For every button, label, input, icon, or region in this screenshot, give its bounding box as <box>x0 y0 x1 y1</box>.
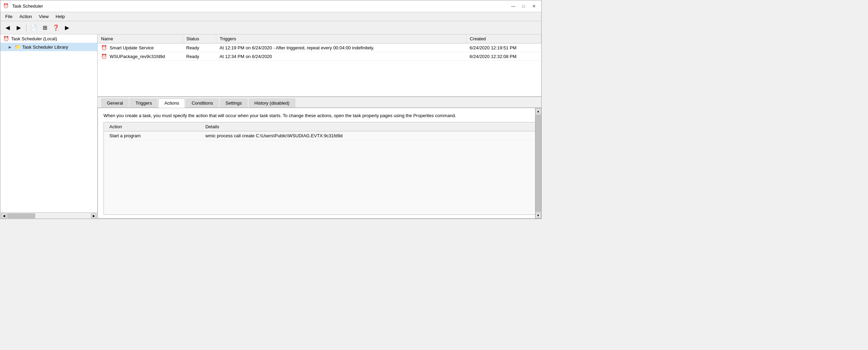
scroll-h-track <box>36 213 90 218</box>
close-button[interactable]: ✕ <box>529 2 539 10</box>
folder-icon: 📁 <box>14 44 20 50</box>
right-panel: Name Status Triggers Created ⏰ Smart Upd… <box>98 34 541 219</box>
tab-actions[interactable]: Actions <box>158 98 185 108</box>
tab-conditions[interactable]: Conditions <box>186 98 219 107</box>
task-list-panel: Name Status Triggers Created ⏰ Smart Upd… <box>98 34 541 97</box>
detail-panel: General Triggers Actions Conditions Sett… <box>98 97 541 219</box>
main-window: ⏰ Task Scheduler — □ ✕ File Action View … <box>0 0 542 219</box>
action-row[interactable]: Start a program wmic process call create… <box>104 131 535 140</box>
toolbar-back-button[interactable]: ◀ <box>2 23 13 33</box>
main-content: ⏰ Task Scheduler (Local) ▶ 📁 Task Schedu… <box>0 34 541 219</box>
menu-bar: File Action View Help <box>0 12 541 21</box>
sidebar-item-library-label: Task Scheduler Library <box>22 44 68 50</box>
task-triggers-1: At 12:19 PM on 6/24/2020 - After trigger… <box>216 43 466 52</box>
sidebar-item-local[interactable]: ⏰ Task Scheduler (Local) <box>0 34 97 43</box>
minimize-button[interactable]: — <box>509 2 518 10</box>
tab-history[interactable]: History (disabled) <box>249 98 295 107</box>
toolbar-folder-button[interactable]: 📄 <box>28 23 39 33</box>
col-header-triggers: Triggers <box>216 34 466 43</box>
task-icon-1: ⏰ <box>101 45 107 50</box>
tab-content: When you create a task, you must specify… <box>98 108 541 219</box>
window-title: Task Scheduler <box>12 3 43 9</box>
toolbar-separator-1 <box>26 24 26 31</box>
task-created-2: 6/24/2020 12:32:08 PM <box>466 52 541 61</box>
tab-triggers[interactable]: Triggers <box>130 98 158 107</box>
task-list-table: Name Status Triggers Created ⏰ Smart Upd… <box>98 34 541 61</box>
task-status-1: Ready <box>183 43 216 52</box>
actions-description: When you create a task, you must specify… <box>98 108 541 122</box>
vertical-scrollbar[interactable]: ▲ ▼ <box>535 108 541 218</box>
task-name-1: ⏰ Smart Update Service <box>98 43 183 52</box>
task-name-2: ⏰ WSUPackage_rev9c31fd9d <box>98 52 183 61</box>
app-icon: ⏰ <box>3 3 9 9</box>
task-triggers-2: At 12:34 PM on 6/24/2020 <box>216 52 466 61</box>
sidebar-item-local-label: Task Scheduler (Local) <box>11 36 57 41</box>
scroll-thumb[interactable] <box>535 115 541 212</box>
maximize-button[interactable]: □ <box>519 2 528 10</box>
tab-settings[interactable]: Settings <box>220 98 248 107</box>
title-bar: ⏰ Task Scheduler — □ ✕ <box>0 0 541 12</box>
actions-col-action: Action <box>104 122 200 131</box>
menu-file[interactable]: File <box>2 13 16 20</box>
toolbar-run-button[interactable]: ▶ <box>62 23 72 33</box>
menu-action[interactable]: Action <box>16 13 35 20</box>
col-header-created: Created <box>466 34 541 43</box>
menu-view[interactable]: View <box>35 13 52 20</box>
actions-table-container: Action Details Start a program wmic proc… <box>103 122 535 215</box>
scroll-up-arrow[interactable]: ▲ <box>535 108 541 114</box>
col-header-status: Status <box>183 34 216 43</box>
sidebar: ⏰ Task Scheduler (Local) ▶ 📁 Task Schedu… <box>0 34 98 219</box>
expand-icon[interactable]: ▶ <box>9 45 11 49</box>
toolbar-forward-button[interactable]: ▶ <box>14 23 24 33</box>
tab-general[interactable]: General <box>101 98 129 107</box>
task-status-2: Ready <box>183 52 216 61</box>
table-row[interactable]: ⏰ Smart Update Service Ready At 12:19 PM… <box>98 43 541 52</box>
toolbar: ◀ ▶ 📄 ⊞ ❓ ▶ <box>0 21 541 34</box>
action-type: Start a program <box>104 131 200 140</box>
task-icon-2: ⏰ <box>101 54 107 59</box>
sidebar-horizontal-scrollbar[interactable]: ◀ ▶ <box>0 212 97 219</box>
tab-bar: General Triggers Actions Conditions Sett… <box>98 97 541 108</box>
scroll-right-arrow[interactable]: ▶ <box>91 213 97 218</box>
scroll-left-arrow[interactable]: ◀ <box>1 213 7 218</box>
clock-icon: ⏰ <box>3 36 9 41</box>
menu-help[interactable]: Help <box>52 13 68 20</box>
toolbar-view-button[interactable]: ⊞ <box>40 23 50 33</box>
col-header-name: Name <box>98 34 183 43</box>
toolbar-help-button[interactable]: ❓ <box>51 23 61 33</box>
actions-col-details: Details <box>200 122 535 131</box>
scroll-down-arrow[interactable]: ▼ <box>535 212 541 218</box>
table-row[interactable]: ⏰ WSUPackage_rev9c31fd9d Ready At 12:34 … <box>98 52 541 61</box>
action-details: wmic process call create C:\Users\Public… <box>200 131 535 140</box>
scroll-h-thumb[interactable] <box>7 213 35 218</box>
task-created-1: 6/24/2020 12:19:51 PM <box>466 43 541 52</box>
sidebar-item-library[interactable]: ▶ 📁 Task Scheduler Library <box>0 43 97 51</box>
actions-table: Action Details Start a program wmic proc… <box>104 122 535 140</box>
